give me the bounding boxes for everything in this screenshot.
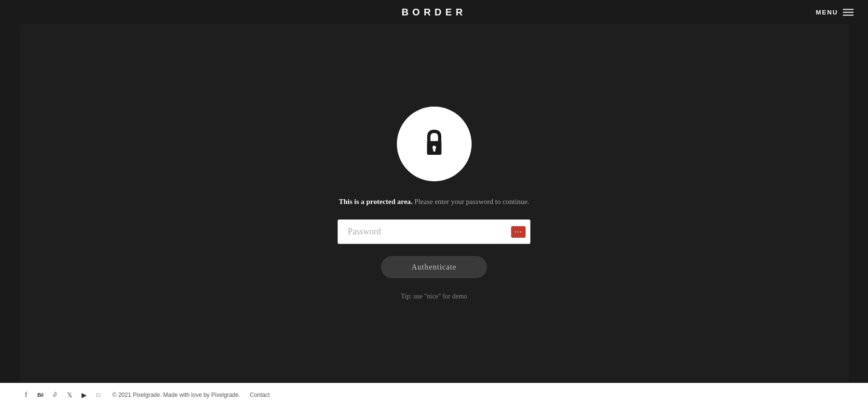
tip-text: Tip: use "nice" for demo <box>401 293 467 300</box>
password-dots-icon: ··· <box>515 229 522 235</box>
header: BORDER MENU <box>0 0 868 24</box>
footer: f Bē ∂ 𝕏 ▶ □ © 2021 Pixelgrade. Made wit… <box>0 383 868 407</box>
toggle-password-button[interactable]: ··· <box>511 226 526 238</box>
main-content: This is a protected area. Please enter y… <box>19 24 849 383</box>
site-title: BORDER <box>402 7 467 18</box>
authenticate-button[interactable]: Authenticate <box>381 256 487 278</box>
social-icons: f Bē ∂ 𝕏 ▶ □ <box>22 391 103 399</box>
description-bold: This is a protected area. <box>339 198 412 205</box>
description-body: Please enter your password to continue. <box>413 198 529 205</box>
contact-link[interactable]: Contact <box>250 392 270 398</box>
hamburger-icon <box>843 9 854 15</box>
lock-icon <box>416 126 452 162</box>
copyright-text: © 2021 Pixelgrade. Made with love by Pix… <box>112 392 240 398</box>
twitter-icon[interactable]: 𝕏 <box>65 391 74 399</box>
svg-rect-2 <box>433 149 435 152</box>
behance-icon[interactable]: Bē <box>36 391 45 399</box>
vimeo-icon[interactable]: □ <box>94 391 103 399</box>
lock-circle <box>397 107 472 181</box>
auth-container: This is a protected area. Please enter y… <box>338 107 530 300</box>
menu-button[interactable]: MENU <box>816 9 854 16</box>
password-wrapper: ··· <box>338 219 530 244</box>
password-input[interactable] <box>338 219 530 244</box>
youtube-icon[interactable]: ▶ <box>80 391 88 399</box>
description-text: This is a protected area. Please enter y… <box>339 196 529 207</box>
facebook-icon[interactable]: f <box>22 391 30 399</box>
deviantart-icon[interactable]: ∂ <box>51 391 59 399</box>
menu-label: MENU <box>816 9 838 16</box>
